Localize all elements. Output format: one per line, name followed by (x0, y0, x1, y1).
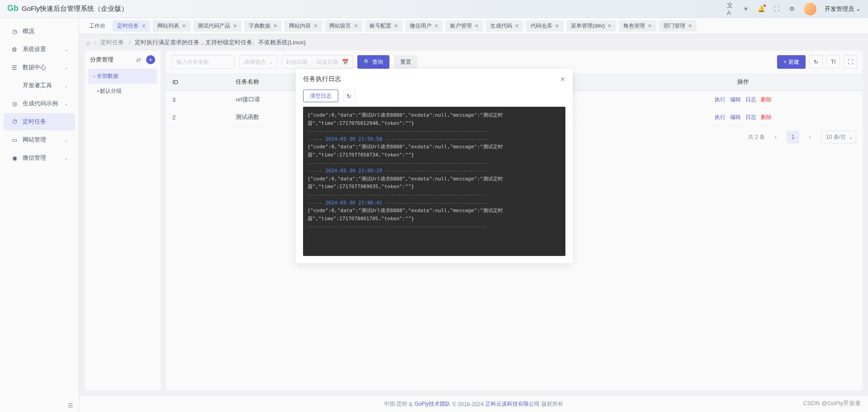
modal-title: 任务执行日志 (303, 75, 341, 83)
modal-close-icon[interactable]: ✕ (560, 76, 565, 83)
refresh-log-button[interactable]: ↻ (343, 90, 356, 102)
log-content[interactable]: {"code":0,"data":"测试Url请求8888","exdata":… (303, 107, 565, 256)
modal-mask[interactable]: 任务执行日志 ✕ 清空日志 ↻ {"code":0,"data":"测试Url请… (0, 0, 868, 412)
log-modal: 任务执行日志 ✕ 清空日志 ↻ {"code":0,"data":"测试Url请… (296, 69, 573, 263)
clear-log-button[interactable]: 清空日志 (303, 90, 338, 102)
